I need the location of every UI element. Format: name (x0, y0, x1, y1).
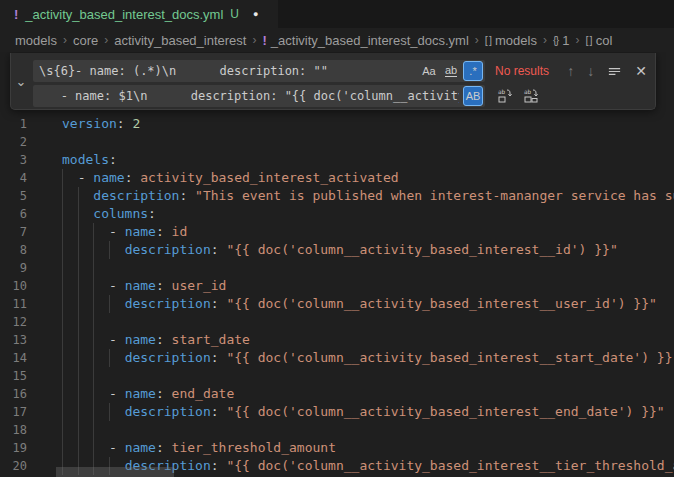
line-number[interactable]: 15 (0, 367, 27, 385)
code-line[interactable]: 10 - name: user_id (0, 277, 674, 295)
code-line[interactable]: 15 (0, 367, 674, 385)
code-line[interactable]: 5 description: "This event is published … (0, 187, 674, 205)
replace-button[interactable]: ab (497, 88, 513, 104)
indent-guide (93, 313, 94, 331)
line-number[interactable]: 17 (0, 403, 27, 421)
code-line[interactable]: 4 - name: activity_based_interest_activa… (0, 169, 674, 187)
replace-all-button[interactable]: ab (523, 88, 539, 104)
code-line[interactable]: 19 - name: tier_threshold_amount (0, 439, 674, 457)
code-text: - name: id (62, 223, 187, 241)
previous-match-button[interactable]: ↑ (567, 63, 574, 79)
selection-icon (607, 64, 622, 79)
whole-word-toggle[interactable]: ab (441, 61, 461, 81)
editor-pane[interactable]: 1version: 223models:4 - name: activity_b… (0, 52, 674, 477)
line-number[interactable]: 19 (0, 439, 27, 457)
git-untracked-badge: U (230, 7, 239, 21)
code-line[interactable]: 2 (0, 133, 674, 151)
find-in-selection-button[interactable] (607, 64, 622, 79)
horizontal-scrollbar[interactable] (56, 467, 174, 477)
indent-guide (62, 259, 63, 277)
line-number[interactable]: 4 (0, 169, 27, 187)
breadcrumb-separator-icon: › (252, 33, 256, 47)
breadcrumb-label: _activity_based_interest_docs.yml (271, 33, 469, 48)
code-line[interactable]: 17 description: "{{ doc('column__activit… (0, 403, 674, 421)
code-line[interactable]: 14 description: "{{ doc('column__activit… (0, 349, 674, 367)
line-number[interactable]: 14 (0, 349, 27, 367)
tab-activity-based-interest-docs[interactable]: ! _activity_based_interest_docs.yml U ● (0, 0, 278, 28)
line-number[interactable]: 18 (0, 421, 27, 439)
breadcrumb-item-models[interactable]: [ ]models (485, 33, 537, 48)
line-number[interactable]: 5 (0, 187, 27, 205)
indent-guide (93, 367, 94, 385)
breadcrumb-item-models[interactable]: models (15, 33, 57, 48)
symbol-icon: {} (553, 34, 558, 46)
breadcrumb-separator-icon: › (63, 33, 67, 47)
breadcrumb-item-core[interactable]: core (73, 33, 98, 48)
breadcrumb-label: models (15, 33, 57, 48)
breadcrumb-item-activity_based_interest[interactable]: activity_based_interest (114, 33, 246, 48)
line-number[interactable]: 7 (0, 223, 27, 241)
breadcrumb-item-1[interactable]: {}1 (553, 33, 570, 48)
whole-word-icon: ab (445, 65, 457, 77)
code-line[interactable]: 12 (0, 313, 674, 331)
line-number[interactable]: 11 (0, 295, 27, 313)
code-text: description: "{{ doc('column__activity_b… (62, 241, 618, 259)
next-match-button[interactable]: ↓ (587, 63, 594, 79)
match-case-toggle[interactable]: Aa (419, 61, 439, 81)
line-number[interactable]: 1 (0, 115, 27, 133)
code-line[interactable]: 18 (0, 421, 674, 439)
code-line[interactable]: 9 (0, 259, 674, 277)
indent-guide (62, 313, 63, 331)
line-number[interactable]: 10 (0, 277, 27, 295)
code-line[interactable]: 3models: (0, 151, 674, 169)
line-number[interactable]: 8 (0, 241, 27, 259)
breadcrumb-label: activity_based_interest (114, 33, 246, 48)
line-number[interactable]: 2 (0, 133, 27, 151)
line-number[interactable]: 20 (0, 457, 27, 475)
line-number[interactable]: 9 (0, 259, 27, 277)
indent-guide (62, 367, 63, 385)
replace-input[interactable]: - name: $1\n description: "{{ doc('colum… (33, 85, 485, 107)
yaml-warning-icon: ! (14, 7, 18, 22)
line-number[interactable]: 16 (0, 385, 27, 403)
close-find-button[interactable]: ✕ (635, 63, 647, 79)
line-number[interactable]: 6 (0, 205, 27, 223)
breadcrumb-label: models (495, 33, 537, 48)
line-number[interactable]: 3 (0, 151, 27, 169)
find-input[interactable]: \s{6}- name: (.*)\n description: "" Aa a… (33, 60, 485, 82)
tab-bar: ! _activity_based_interest_docs.yml U ● (0, 0, 674, 28)
breadcrumb-separator-icon: › (543, 33, 547, 47)
code-text: description: "{{ doc('column__activity_b… (62, 349, 674, 367)
code-text: - name: user_id (62, 277, 226, 295)
code-text: description: "This event is published wh… (62, 187, 674, 205)
tab-filename: _activity_based_interest_docs.yml (25, 7, 223, 22)
code-text: - name: activity_based_interest_activate… (62, 169, 399, 187)
code-line[interactable]: 11 description: "{{ doc('column__activit… (0, 295, 674, 313)
breadcrumb-item-_activity_based_interest_docs.yml[interactable]: !_activity_based_interest_docs.yml (262, 33, 468, 48)
breadcrumb-item-col[interactable]: [ ]col (586, 33, 613, 48)
find-query-text: \s{6}- name: (.*)\n description: "" (39, 60, 415, 82)
code-line[interactable]: 13 - name: start_date (0, 331, 674, 349)
line-number[interactable]: 12 (0, 313, 27, 331)
breadcrumb-separator-icon: › (104, 33, 108, 47)
code-line[interactable]: 8 description: "{{ doc('column__activity… (0, 241, 674, 259)
symbol-icon: [ ] (586, 34, 592, 46)
breadcrumb-label: 1 (562, 33, 569, 48)
toggle-replace-button[interactable]: ⌄ (11, 53, 31, 109)
regex-toggle[interactable]: .* (463, 61, 483, 81)
symbol-icon: [ ] (485, 34, 491, 46)
code-line[interactable]: 1version: 2 (0, 115, 674, 133)
find-replace-widget: ⌄ \s{6}- name: (.*)\n description: "" Aa… (10, 53, 656, 110)
code-line[interactable]: 7 - name: id (0, 223, 674, 241)
code-line[interactable]: 16 - name: end_date (0, 385, 674, 403)
preserve-case-toggle[interactable]: AB (463, 86, 483, 106)
line-number[interactable]: 13 (0, 331, 27, 349)
code-text: columns: (62, 205, 156, 223)
indent-guide (78, 421, 79, 439)
breadcrumb: models›core›activity_based_interest›!_ac… (0, 28, 674, 52)
code-text: version: 2 (62, 115, 140, 133)
unsaved-dot-icon[interactable]: ● (253, 9, 258, 19)
replace-icon: ab (497, 88, 513, 104)
code-line[interactable]: 6 columns: (0, 205, 674, 223)
code-text: - name: start_date (62, 331, 250, 349)
